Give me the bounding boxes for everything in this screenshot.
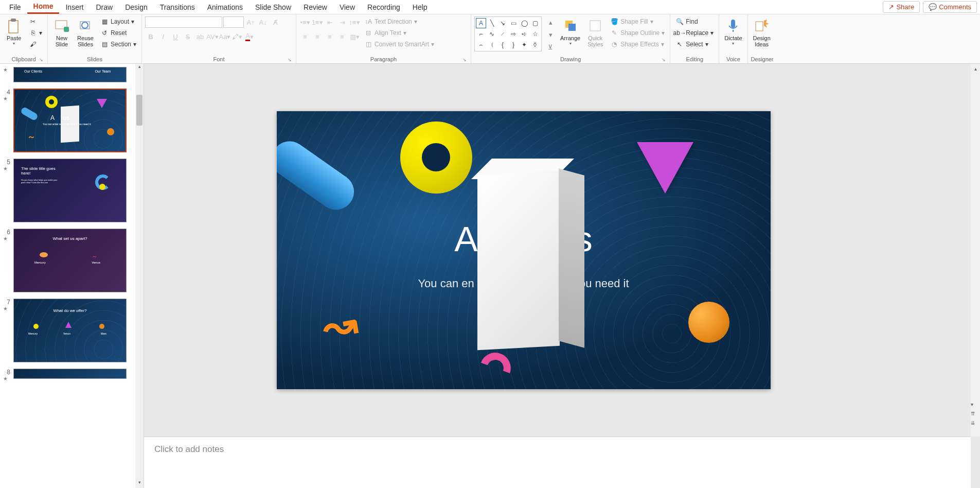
decrease-indent-button[interactable]: ⇤: [324, 16, 335, 28]
slide-canvas[interactable]: ↝ About us You can enter a subtitle here…: [277, 111, 771, 389]
tab-recording[interactable]: Recording: [361, 1, 406, 13]
cut-button[interactable]: ✂: [27, 16, 44, 27]
purple-pyramid-shape[interactable]: [637, 142, 693, 194]
italic-button[interactable]: I: [157, 31, 169, 42]
tab-animations[interactable]: Animations: [201, 1, 249, 13]
format-painter-button[interactable]: 🖌: [27, 39, 44, 49]
gallery-up-icon[interactable]: ▴: [545, 16, 556, 28]
comments-button[interactable]: 💬Comments: [923, 1, 977, 13]
gallery-more-icon[interactable]: ⊻: [545, 41, 556, 53]
shape-freeform-icon[interactable]: ⟋: [497, 29, 508, 39]
align-text-button[interactable]: ⊟Align Text▾: [362, 28, 436, 38]
shape-effects-button[interactable]: ◔Shape Effects▾: [608, 39, 667, 49]
bold-button[interactable]: B: [145, 31, 156, 42]
increase-indent-button[interactable]: ⇥: [336, 16, 348, 28]
numbering-button[interactable]: 1≡▾: [312, 16, 323, 28]
tab-insert[interactable]: Insert: [59, 1, 90, 13]
shadow-button[interactable]: ab: [194, 31, 206, 42]
shape-oval-icon[interactable]: ◯: [519, 18, 529, 28]
scroll-down-icon[interactable]: ▾: [135, 480, 144, 488]
slide-thumb[interactable]: 4★ ～ A us You can enter a subtitle here …: [0, 85, 144, 155]
text-direction-button[interactable]: ↕AText Direction▾: [362, 16, 436, 27]
shape-textbox-icon[interactable]: A: [476, 18, 486, 28]
thumb-image[interactable]: What set us apart? ～ Mercury Venus: [13, 229, 127, 292]
shape-callout-icon[interactable]: ◊: [530, 40, 540, 50]
share-button[interactable]: ↗Share: [883, 1, 920, 13]
shape-curve-icon[interactable]: ∿: [487, 29, 497, 39]
canvas-scrollbar[interactable]: ▴ ▾ ⇈ ⇊: [971, 64, 980, 437]
notes-pane[interactable]: Click to add notes: [144, 437, 971, 488]
shape-star4-icon[interactable]: ✦: [519, 40, 529, 50]
align-left-button[interactable]: ≡: [299, 31, 311, 42]
reset-button[interactable]: ↺Reset: [98, 28, 138, 38]
scroll-handle[interactable]: [136, 95, 142, 126]
slide-thumb[interactable]: ★ Our ClientsOur Team: [0, 64, 144, 85]
tab-help[interactable]: Help: [406, 1, 434, 13]
tab-view[interactable]: View: [333, 1, 361, 13]
shape-connector-icon[interactable]: ⌐: [476, 29, 486, 39]
shape-arrow-right-icon[interactable]: ⇨: [508, 29, 519, 39]
shape-outline-button[interactable]: ✎Shape Outline▾: [608, 28, 667, 38]
section-button[interactable]: ▤Section▾: [98, 39, 138, 49]
shapes-gallery[interactable]: A ╲↘▭◯▢ ⌐∿⟋⇨➪☆ ⌢⟮{}✦◊: [474, 16, 542, 51]
dialog-launcher-icon[interactable]: ↘: [39, 57, 43, 62]
tab-draw[interactable]: Draw: [90, 1, 119, 13]
shape-roundrect-icon[interactable]: ▢: [530, 18, 540, 28]
find-button[interactable]: 🔍Find: [673, 16, 716, 27]
highlight-button[interactable]: 🖍▾: [231, 31, 243, 42]
thumb-image[interactable]: What do we offer? Mercury Venus Mars: [13, 299, 127, 362]
thumb-image[interactable]: ～ A us You can enter a subtitle here if …: [13, 89, 127, 152]
shape-brace2-icon[interactable]: }: [508, 40, 519, 50]
convert-smartart-button[interactable]: ◫Convert to SmartArt▾: [362, 39, 436, 49]
dialog-launcher-icon[interactable]: ↘: [462, 57, 467, 62]
bullets-button[interactable]: •≡▾: [299, 16, 311, 28]
slide-thumb[interactable]: 8★: [0, 365, 144, 385]
shape-arrow-block-icon[interactable]: ➪: [519, 29, 529, 39]
line-spacing-button[interactable]: ↕≡▾: [349, 16, 360, 28]
replace-button[interactable]: ab→Replace▾: [673, 28, 716, 38]
dictate-button[interactable]: Dictate▾: [722, 16, 744, 47]
reuse-slides-button[interactable]: Reuse Slides: [75, 16, 96, 48]
quick-styles-button[interactable]: Quick Styles: [584, 16, 606, 48]
shape-rect-icon[interactable]: ▭: [508, 18, 519, 28]
tab-file[interactable]: File: [3, 1, 27, 13]
slide-thumb[interactable]: 5★ The slide title goes here! Do you kno…: [0, 155, 144, 225]
arrange-button[interactable]: Arrange▾: [558, 16, 582, 47]
yellow-torus-shape[interactable]: [400, 121, 472, 194]
justify-button[interactable]: ≡: [336, 31, 348, 42]
dialog-launcher-icon[interactable]: ↘: [662, 57, 666, 62]
thumbnail-panel[interactable]: ★ Our ClientsOur Team 4★ ～ A us You can …: [0, 64, 144, 488]
tab-slideshow[interactable]: Slide Show: [249, 1, 297, 13]
next-slide-icon[interactable]: ⇊: [971, 418, 975, 427]
char-spacing-button[interactable]: AV▾: [207, 31, 218, 42]
slide-thumb[interactable]: 7★ What do we offer? Mercury Venus Mars: [0, 295, 144, 365]
thumb-scrollbar[interactable]: ▴ ▾: [135, 64, 144, 488]
scroll-up-icon[interactable]: ▴: [135, 64, 144, 72]
shape-brace-icon[interactable]: {: [497, 40, 508, 50]
decrease-font-button[interactable]: A↓: [257, 16, 269, 28]
align-right-button[interactable]: ≡: [324, 31, 335, 42]
notes-placeholder[interactable]: Click to add notes: [154, 444, 960, 455]
thumb-image[interactable]: [13, 369, 127, 379]
prev-slide-icon[interactable]: ⇈: [971, 409, 975, 418]
clear-formatting-button[interactable]: A̸: [270, 16, 281, 28]
align-center-button[interactable]: ≡: [312, 31, 323, 42]
shape-bracket-icon[interactable]: ⟮: [487, 40, 497, 50]
dialog-launcher-icon[interactable]: ↘: [288, 57, 292, 62]
layout-button[interactable]: ▦Layout▾: [98, 16, 138, 27]
thumb-image[interactable]: The slide title goes here! Do you know w…: [13, 159, 127, 222]
thumb-image[interactable]: Our ClientsOur Team: [13, 67, 127, 82]
gallery-down-icon[interactable]: ▾: [545, 29, 556, 40]
tab-home[interactable]: Home: [27, 0, 60, 14]
font-color-button[interactable]: A▾: [244, 31, 255, 42]
shape-arc-icon[interactable]: ⌢: [476, 40, 486, 50]
orange-sphere-shape[interactable]: [688, 302, 729, 343]
shape-line-arrow-icon[interactable]: ↘: [497, 18, 508, 28]
slide-thumb[interactable]: 6★ What set us apart? ～ Mercury Venus: [0, 225, 144, 295]
tab-review[interactable]: Review: [297, 1, 333, 13]
strikethrough-button[interactable]: S̶: [182, 31, 193, 42]
new-slide-button[interactable]: New Slide: [51, 16, 73, 48]
tab-design[interactable]: Design: [119, 1, 154, 13]
shape-fill-button[interactable]: 🪣Shape Fill▾: [608, 16, 667, 27]
select-button[interactable]: ↖Select▾: [673, 39, 716, 49]
